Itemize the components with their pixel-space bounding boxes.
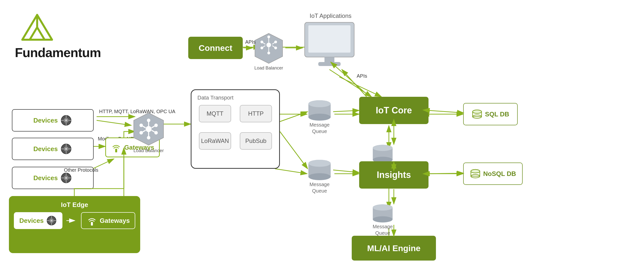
transport-mqtt: MQTT (199, 105, 231, 122)
svg-point-43 (65, 177, 67, 179)
svg-point-99 (260, 47, 263, 49)
svg-point-70 (308, 173, 331, 180)
load-balancer-hex (131, 112, 166, 147)
ml-ai-box: ML/AI Engine (352, 236, 436, 260)
transport-pubsub-label: PubSub (245, 138, 266, 145)
svg-line-20 (339, 77, 382, 97)
svg-point-51 (146, 126, 152, 132)
load-balancer-top: Load Balancer (253, 32, 285, 71)
svg-point-108 (51, 220, 52, 221)
svg-point-75 (373, 145, 392, 151)
transport-http: HTTP (240, 105, 272, 122)
msg-queue-1-label: MessageQueue (309, 121, 330, 135)
svg-marker-25 (37, 15, 52, 40)
logo-area: Fundamentum (15, 10, 101, 60)
nosql-db-label: NoSQL DB (483, 170, 516, 178)
sql-db-icon (472, 109, 482, 120)
iot-edge-gateway: Gateways (81, 212, 135, 229)
msg-queue-bottom-label: MessageQueue (372, 223, 392, 236)
svg-point-101 (267, 52, 270, 54)
iot-edge-container: IoT Edge Devices (9, 196, 140, 253)
svg-line-119 (96, 120, 131, 125)
iot-edge-inner: Devices (14, 212, 135, 229)
svg-line-11 (275, 169, 307, 174)
svg-point-97 (260, 40, 263, 43)
iot-applications-label: IoT Applications (310, 13, 352, 19)
device-box-2: Devices (12, 138, 94, 160)
logo-text: Fundamentum (15, 45, 101, 60)
iot-edge-arrow (66, 217, 77, 224)
device3-label: Devices (34, 174, 58, 182)
svg-line-128 (429, 110, 464, 113)
iot-core-label: IoT Core (376, 105, 412, 116)
apis-label-2: APIs (357, 73, 367, 79)
svg-point-87 (471, 170, 480, 173)
svg-point-62 (154, 131, 158, 135)
transport-lorawan-label: LoRaWAN (201, 138, 229, 145)
data-transport-box: Data Transport MQTT HTTP LoRaWAN PubSub (191, 89, 280, 169)
svg-line-120 (280, 112, 308, 121)
iot-edge-devices-label: Devices (19, 217, 44, 225)
data-transport-title: Data Transport (198, 94, 234, 101)
load-balancer-main: Load Balancer (131, 112, 166, 153)
monitor-svg (302, 20, 357, 69)
svg-point-58 (147, 119, 150, 122)
device2-label: Devices (34, 145, 58, 153)
svg-point-78 (373, 216, 392, 223)
svg-point-116 (91, 222, 93, 223)
svg-point-61 (140, 131, 143, 135)
svg-point-63 (147, 136, 150, 140)
transport-lorawan: LoRaWAN (199, 132, 231, 150)
msg-queue-2: MessageQueue (307, 159, 332, 194)
transport-http-label: HTTP (248, 110, 264, 117)
load-balancer-main-label: Load Balancer (131, 148, 166, 153)
svg-point-49 (116, 149, 117, 150)
device3-icon (60, 172, 72, 184)
svg-line-121 (280, 131, 308, 169)
svg-rect-103 (308, 25, 350, 53)
gateway-icon (111, 142, 122, 153)
svg-line-129 (429, 173, 464, 174)
svg-point-67 (308, 100, 331, 107)
sql-db-box: SQL DB (463, 103, 518, 125)
device3-protocol: Other Protocols (64, 167, 98, 173)
load-balancer-top-hex (253, 32, 285, 65)
device1-icon (60, 114, 72, 126)
diagram-container: Fundamentum Devices HTTP, MQTT, LoRaWAN,… (0, 0, 644, 268)
nosql-db-icon (470, 168, 481, 179)
logo-icon (15, 10, 60, 42)
svg-marker-24 (22, 15, 37, 40)
iot-core-box: IoT Core (359, 97, 428, 124)
svg-point-66 (308, 114, 331, 121)
msg-queue-bottom-icon (372, 203, 394, 223)
svg-line-122 (333, 110, 359, 112)
msg-queue-1: MessageQueue (307, 99, 332, 135)
msg-queue-bottom: MessageQueue (372, 203, 394, 236)
msg-queue-middle-icon (372, 144, 394, 164)
msg-queue-2-icon (307, 159, 332, 181)
svg-point-89 (266, 43, 271, 47)
device1-label: Devices (34, 117, 58, 124)
iot-edge-gateways-label: Gateways (100, 217, 130, 225)
connect-label: Connect (199, 43, 232, 53)
insights-box: Insights (359, 161, 428, 189)
apis-label-1: APIs (245, 39, 256, 45)
svg-point-29 (65, 119, 67, 121)
msg-queue-2-label: MessageQueue (309, 181, 330, 194)
transport-mqtt-label: MQTT (206, 110, 224, 117)
svg-point-100 (274, 47, 277, 49)
sql-db-label: SQL DB (485, 110, 509, 118)
connect-box: Connect (188, 37, 243, 59)
svg-point-83 (472, 110, 482, 113)
svg-point-59 (140, 123, 143, 127)
insights-label: Insights (377, 170, 411, 180)
iot-edge-gateway-icon (86, 215, 97, 226)
iot-edge-device: Devices (14, 212, 62, 229)
svg-point-36 (65, 148, 67, 150)
monitor-icon (302, 20, 357, 70)
iot-edge-title: IoT Edge (14, 201, 135, 209)
svg-point-79 (373, 204, 392, 211)
ml-ai-label: ML/AI Engine (367, 243, 420, 253)
device2-icon (60, 143, 72, 155)
load-balancer-top-label: Load Balancer (253, 66, 285, 71)
